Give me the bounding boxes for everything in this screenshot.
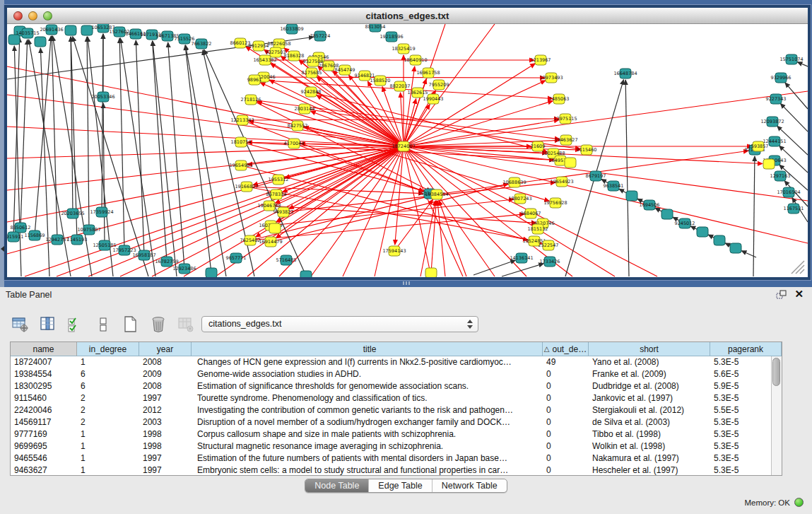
graph-edge[interactable] (797, 62, 808, 66)
table-vertical-scrollbar[interactable] (771, 356, 782, 475)
graph-node[interactable]: 8454749 (335, 65, 355, 75)
graph-node[interactable]: 19166827 (235, 182, 258, 192)
graph-node[interactable] (714, 235, 725, 245)
graph-edge[interactable] (264, 77, 545, 78)
graph-node[interactable] (661, 209, 673, 219)
graph-node[interactable]: 14136141 (510, 253, 533, 263)
column-header-name[interactable]: name (11, 342, 77, 356)
graph-node[interactable]: 1213967 (531, 55, 551, 65)
graph-node[interactable]: 7625402 (240, 235, 261, 245)
graph-node[interactable]: 1955312 (269, 175, 289, 185)
close-panel-icon[interactable]: ✕ (794, 288, 804, 300)
graph-node[interactable]: 8813054 (365, 24, 386, 32)
tab-edge-table[interactable]: Edge Table (369, 479, 432, 492)
graph-node[interactable]: 16782759 (155, 257, 178, 267)
graph-edge[interactable] (404, 66, 415, 146)
graph-node[interactable]: 7485063 (549, 94, 570, 104)
graph-node[interactable]: 18640910 (404, 55, 427, 65)
graph-node[interactable]: 12093872 (760, 117, 784, 127)
graph-edge[interactable] (404, 146, 526, 276)
graph-edge[interactable] (395, 146, 404, 245)
table-row[interactable]: 946554611997Estimation of the future num… (11, 452, 782, 465)
unselect-all-icon[interactable] (94, 315, 112, 334)
table-row[interactable]: 946362711997Embryonic stem cells: a mode… (11, 465, 782, 475)
graph-node[interactable]: 1815132 (528, 224, 548, 234)
graph-node[interactable] (206, 268, 217, 277)
graph-node[interactable]: 1810754 (231, 137, 252, 147)
graph-node[interactable] (565, 158, 576, 168)
column-header-short[interactable]: short (589, 342, 710, 356)
graph-node[interactable] (763, 159, 775, 169)
graph-edge[interactable] (186, 45, 226, 276)
graph-node[interactable]: 1145193 (67, 235, 88, 245)
graph-node[interactable]: 7857224 (310, 31, 331, 41)
graph-node[interactable]: 20691436 (40, 25, 63, 35)
graph-node[interactable]: 1167531 (784, 204, 804, 214)
graph-edge[interactable] (785, 83, 808, 109)
table-row[interactable]: 1938455462009Genome-wide association stu… (11, 368, 782, 380)
graph-node[interactable]: 98961 (247, 75, 262, 85)
panel-collapse-arrow[interactable] (1, 246, 4, 252)
graph-node[interactable]: 19463627 (554, 135, 577, 145)
graph-node[interactable]: 9684067 (521, 209, 541, 218)
graph-edge[interactable] (119, 38, 124, 250)
graph-node[interactable]: 2803144 (295, 104, 315, 114)
tab-network-table[interactable]: Network Table (433, 479, 507, 492)
table-row[interactable]: 2242004622012Investigating the contribut… (11, 404, 782, 416)
select-all-icon[interactable] (66, 315, 85, 334)
table-row[interactable]: 977716911998Corpus callosum shape and si… (11, 428, 782, 440)
graph-edge[interactable] (502, 264, 543, 276)
graph-edge[interactable] (437, 201, 445, 276)
graph-node[interactable]: 1733426 (540, 257, 560, 267)
float-panel-icon[interactable] (776, 290, 787, 300)
column-header-out_de[interactable]: △out_de… (543, 342, 589, 356)
graph-node[interactable]: 5716485 (276, 255, 297, 265)
table-settings-icon[interactable] (11, 315, 30, 334)
graph-node[interactable] (300, 271, 312, 277)
graph-edge[interactable] (7, 66, 404, 146)
graph-edge[interactable] (35, 36, 51, 235)
show-columns-icon[interactable] (39, 315, 57, 334)
graph-node[interactable]: 17359924 (90, 207, 113, 217)
window-resize-grip[interactable] (789, 258, 806, 275)
graph-node[interactable]: 8427552 (288, 121, 308, 131)
graph-node[interactable]: 16914479 (259, 237, 282, 247)
network-window-titlebar[interactable]: citations_edges.txt (7, 8, 808, 24)
graph-node[interactable]: 1990443 (423, 94, 444, 104)
column-header-year[interactable]: year (139, 342, 192, 356)
graph-node[interactable]: 21609 (531, 141, 546, 151)
column-header-title[interactable]: title (192, 342, 543, 356)
column-header-pagerank[interactable]: pagerank (710, 342, 782, 356)
graph-edge[interactable] (404, 91, 808, 146)
splitter-grip[interactable] (403, 281, 410, 285)
table-row[interactable]: 969969511998Structural magnetic resonanc… (11, 440, 782, 452)
graph-node[interactable]: 9329966 (771, 73, 792, 83)
graph-edge[interactable] (625, 80, 629, 276)
graph-node[interactable] (697, 227, 708, 237)
graph-edge[interactable] (439, 200, 466, 276)
graph-edge[interactable] (153, 41, 167, 262)
graph-node[interactable]: 20203655 (61, 209, 84, 218)
graph-edge[interactable] (404, 24, 495, 146)
table-row[interactable]: 1456911722003Disruption of a novel membe… (11, 416, 782, 428)
graph-edge[interactable] (20, 40, 28, 228)
graph-edge[interactable] (13, 37, 20, 237)
graph-node[interactable]: 16961758 (416, 68, 440, 78)
graph-node[interactable]: 17016504 (777, 187, 800, 197)
graph-node[interactable]: 18325419 (392, 44, 415, 54)
scrollbar-thumb[interactable] (772, 358, 780, 386)
table-row[interactable]: 911546021997Tourette syndrome. Phenomeno… (11, 392, 782, 404)
graph-node[interactable]: 19218596 (379, 32, 403, 42)
table-source-select[interactable]: citations_edges.txt (201, 316, 478, 332)
graph-node[interactable]: 9657771 (226, 253, 247, 263)
graph-node[interactable]: 1588520 (370, 76, 391, 86)
graph-node[interactable]: 2522547 (539, 240, 559, 250)
graph-node[interactable] (730, 243, 741, 253)
graph-node[interactable]: 12975115 (553, 114, 577, 124)
graph-node[interactable]: 20053346 (91, 92, 114, 102)
graph-edge[interactable] (473, 260, 516, 275)
graph-edge[interactable] (185, 45, 211, 273)
graph-edge[interactable] (753, 156, 755, 276)
graph-node[interactable]: 19756928 (543, 198, 567, 208)
graph-edge[interactable] (120, 38, 155, 276)
